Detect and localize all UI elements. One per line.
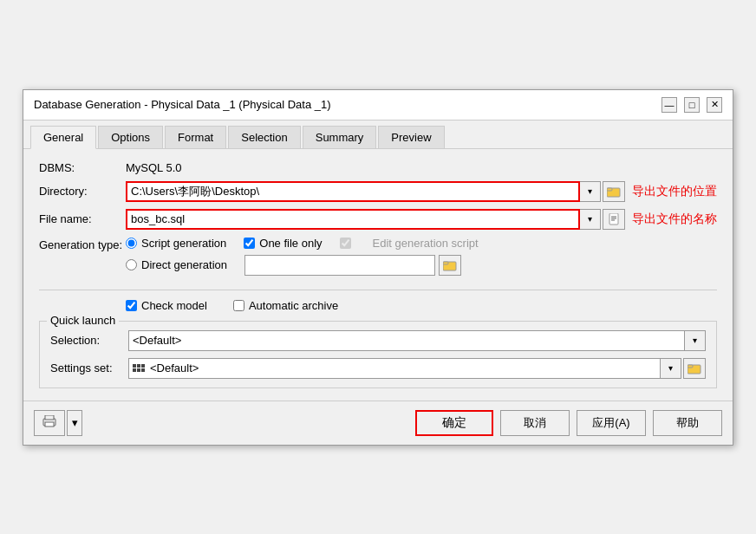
- filename-row: File name: ▾ 导出文件的名称: [39, 209, 717, 230]
- dbms-value: MySQL 5.0: [126, 161, 182, 174]
- folder-icon: [607, 186, 621, 198]
- tab-general[interactable]: General: [30, 126, 96, 149]
- script-generation-label: Script generation: [141, 237, 226, 250]
- filename-annotation: 导出文件的名称: [632, 212, 717, 227]
- quick-launch-group: Quick launch Selection: <Default> ▾ Sett…: [39, 321, 717, 388]
- check-model-checkbox[interactable]: [126, 300, 137, 311]
- settings-grid-icon: [133, 364, 145, 372]
- direct-generation-row: Direct generation: [126, 255, 717, 276]
- quick-launch-legend: Quick launch: [47, 314, 119, 327]
- divider-1: [39, 290, 717, 290]
- direct-generation-radio[interactable]: [126, 259, 137, 270]
- svg-rect-7: [443, 262, 448, 264]
- tab-selection[interactable]: Selection: [228, 126, 300, 148]
- generation-type-row: Generation type: Script generation One f…: [39, 237, 717, 281]
- ql-settings-browse-button[interactable]: [683, 358, 706, 379]
- edit-generation-script-label: Edit generation script: [373, 237, 479, 250]
- script-generation-radio[interactable]: [126, 238, 137, 249]
- file-icon: [608, 213, 620, 225]
- ql-settings-label: Settings set:: [50, 361, 128, 374]
- filename-input[interactable]: [126, 209, 580, 230]
- ql-settings-value: <Default>: [150, 361, 199, 374]
- svg-rect-12: [45, 422, 54, 427]
- tab-bar: General Options Format Selection Summary…: [23, 120, 733, 149]
- window-title: Database Generation - Physical Data _1 (…: [34, 98, 331, 111]
- folder-icon-3: [688, 362, 701, 374]
- directory-annotation: 导出文件的位置: [632, 184, 717, 199]
- apply-button[interactable]: 应用(A): [577, 410, 646, 436]
- footer: ▾ 确定 取消 应用(A) 帮助: [23, 400, 733, 445]
- ql-selection-value: <Default>: [133, 334, 181, 347]
- direct-generation-input[interactable]: [244, 255, 435, 276]
- dbms-row: DBMS: MySQL 5.0: [39, 161, 717, 174]
- check-model-item: Check model: [126, 299, 207, 312]
- one-file-only-option: One file only: [244, 237, 322, 250]
- main-window: Database Generation - Physical Data _1 (…: [23, 89, 733, 446]
- directory-dropdown[interactable]: ▾: [580, 181, 601, 202]
- ql-selection-dropdown[interactable]: ▾: [685, 330, 706, 351]
- minimize-button[interactable]: —: [662, 97, 677, 113]
- ql-settings-select[interactable]: <Default>: [128, 358, 661, 379]
- ql-settings-row: Settings set: <Default> ▾: [50, 358, 706, 379]
- help-button[interactable]: 帮助: [653, 410, 722, 436]
- folder-icon-2: [443, 259, 457, 271]
- main-content: DBMS: MySQL 5.0 Directory: ▾ 导出文件的位置 Fil…: [23, 149, 733, 400]
- ql-settings-dropdown[interactable]: ▾: [661, 358, 681, 379]
- ql-selection-select[interactable]: <Default>: [128, 330, 685, 351]
- automatic-archive-label: Automatic archive: [249, 299, 338, 312]
- tab-preview[interactable]: Preview: [378, 126, 444, 148]
- extra-checkboxes-row: Check model Automatic archive: [126, 299, 717, 312]
- tab-options[interactable]: Options: [98, 126, 163, 148]
- svg-rect-1: [607, 188, 612, 191]
- one-file-only-label: One file only: [259, 237, 322, 250]
- maximize-button[interactable]: □: [684, 97, 700, 113]
- generation-type-label: Generation type:: [39, 237, 126, 251]
- filename-dropdown[interactable]: ▾: [580, 209, 601, 230]
- directory-input[interactable]: [126, 181, 580, 202]
- tab-format[interactable]: Format: [165, 126, 226, 148]
- print-dropdown-button[interactable]: ▾: [67, 410, 82, 436]
- ql-selection-row: Selection: <Default> ▾: [50, 330, 706, 351]
- directory-label: Directory:: [39, 185, 126, 198]
- tab-summary[interactable]: Summary: [303, 126, 377, 148]
- svg-rect-9: [688, 365, 693, 368]
- confirm-button[interactable]: 确定: [415, 410, 493, 436]
- generation-type-options: Script generation One file only Edit gen…: [126, 237, 717, 281]
- direct-browse-button[interactable]: [439, 255, 461, 276]
- footer-left: ▾: [34, 410, 82, 436]
- check-model-label: Check model: [141, 299, 207, 312]
- one-file-only-checkbox[interactable]: [244, 238, 255, 249]
- filename-label: File name:: [39, 212, 126, 225]
- print-icon: [42, 415, 56, 427]
- script-generation-row: Script generation One file only Edit gen…: [126, 237, 717, 250]
- directory-browse-button[interactable]: [603, 181, 625, 202]
- direct-generation-label: Direct generation: [141, 258, 227, 271]
- print-button[interactable]: [34, 410, 65, 436]
- edit-generation-script-checkbox[interactable]: [340, 238, 351, 249]
- cancel-button[interactable]: 取消: [500, 410, 570, 436]
- automatic-archive-checkbox[interactable]: [233, 300, 244, 311]
- title-bar-controls: — □ ✕: [662, 97, 722, 113]
- ql-selection-label: Selection:: [50, 334, 128, 347]
- edit-generation-script-option: Edit generation script: [340, 237, 479, 250]
- title-bar: Database Generation - Physical Data _1 (…: [23, 90, 733, 120]
- directory-row: Directory: ▾ 导出文件的位置: [39, 181, 717, 202]
- close-button[interactable]: ✕: [707, 97, 722, 113]
- automatic-archive-item: Automatic archive: [233, 299, 338, 312]
- svg-rect-11: [45, 415, 54, 420]
- filename-browse-button[interactable]: [603, 209, 625, 230]
- dbms-label: DBMS:: [39, 161, 126, 174]
